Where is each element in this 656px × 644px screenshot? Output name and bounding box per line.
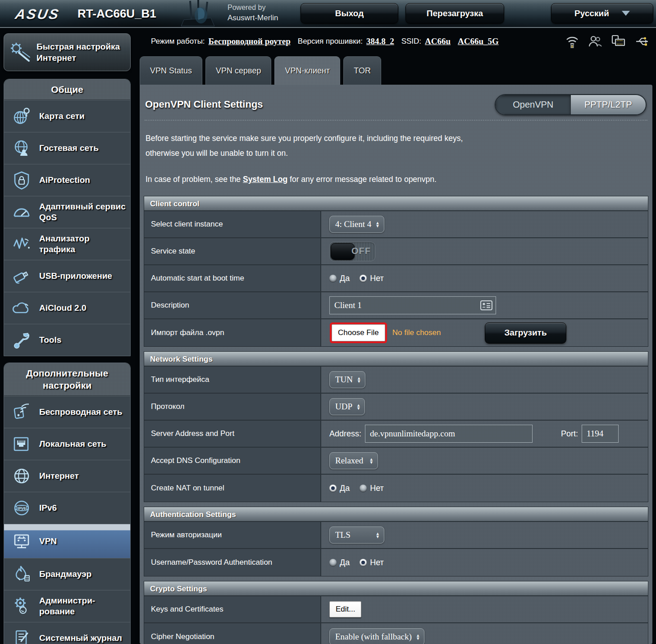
reboot-button[interactable]: Перезагрузка (405, 3, 504, 23)
tab-vpn-client[interactable]: VPN-клиент (274, 56, 340, 85)
sidebar-item-lan[interactable]: Локальная сеть (4, 428, 130, 460)
language-selector[interactable]: Русский (551, 3, 653, 23)
intro-text: Before starting the service make sure yo… (146, 131, 647, 161)
radio-yes-label: Да (340, 484, 350, 493)
router-product-image (175, 0, 220, 27)
protocol-label: Протокол (144, 394, 321, 420)
sidebar-item-wan[interactable]: Интернет (4, 460, 130, 492)
sidebar-item-aicloud[interactable]: AiCloud 2.0 (4, 292, 130, 324)
nat-no-radio[interactable] (360, 485, 367, 492)
client-list-icon[interactable] (480, 300, 492, 313)
cipher-negotiation-select[interactable]: Enable (with fallback) ▲▼ (329, 628, 424, 644)
accept-dns-select[interactable]: Relaxed ▲▼ (329, 452, 378, 469)
sidebar-item-label: Брандмауэр (39, 569, 94, 580)
choose-file-button[interactable]: Choose File (332, 324, 385, 341)
sidebar-item-label: Интернет (39, 471, 82, 481)
asus-logo: ASUS (14, 6, 61, 23)
table-row-server-address: Server Address and Port Address: Port: (144, 421, 648, 448)
firmware-link[interactable]: 384.8_2 (366, 36, 394, 46)
userpass-radio-group: Да Нет (329, 558, 394, 567)
shield-icon (4, 170, 39, 190)
wifi-status-icon[interactable] (565, 34, 580, 49)
tab-vpn-status[interactable]: VPN Status (140, 56, 202, 85)
auth-mode-label: Режим авторизации (144, 522, 321, 548)
interface-type-select[interactable]: TUN ▲▼ (329, 371, 365, 388)
mode-link[interactable]: Беспроводной роутер (209, 36, 291, 46)
sidebar-item-wireless[interactable]: Беспроводная сеть (4, 396, 130, 428)
sidebar-item-label: VPN (39, 536, 59, 547)
select-arrows-icon: ▲▼ (369, 458, 374, 464)
keys-certificates-label: Keys and Certificates (144, 596, 321, 622)
server-port-input[interactable] (582, 425, 619, 443)
router-admin-page: ASUS RT-AC66U_B1 Powered by Asuswrt-Merl… (0, 0, 656, 644)
autostart-no-radio[interactable] (360, 275, 367, 282)
sidebar-item-network-map[interactable]: Карта сети (4, 100, 130, 132)
userpass-no-radio[interactable] (360, 559, 367, 566)
globe-icon (4, 466, 39, 486)
pptp-l2tp-type-button[interactable]: PPTP/L2TP (571, 95, 646, 114)
section-header-network: Network Settings (144, 352, 648, 367)
network-settings-table: Network Settings Тип интерфейса TUN ▲▼ П… (144, 351, 648, 502)
autostart-yes-radio[interactable] (329, 275, 337, 282)
port-field-label: Port: (561, 429, 578, 439)
sidebar-item-system-log[interactable]: Системный журнал (4, 622, 130, 644)
sidebar-item-label: IPv6 (39, 503, 59, 513)
sidebar-item-label: AiCloud 2.0 (39, 303, 89, 313)
powered-by-line1: Powered by (228, 4, 278, 12)
sidebar-item-traffic-analyzer[interactable]: Анализатор трафика (4, 228, 130, 260)
select-arrows-icon: ▲▼ (357, 376, 361, 383)
vpn-tabs: VPN Status VPN сервер VPN-клиент TOR (140, 56, 652, 85)
userpass-yes-radio[interactable] (329, 559, 337, 566)
sidebar-item-aiprotection[interactable]: AiProtection (4, 164, 130, 196)
server-address-label: Server Address and Port (144, 421, 321, 447)
upload-button[interactable]: Загрузить (485, 322, 566, 344)
clients-status-icon[interactable] (588, 34, 603, 49)
tab-vpn-server[interactable]: VPN сервер (205, 56, 271, 85)
devices-status-icon[interactable] (610, 34, 627, 49)
sidebar-item-qos[interactable]: Адаптивный сервис QoS (4, 196, 130, 228)
ethernet-port-icon (4, 434, 39, 454)
wireless-icon (4, 402, 39, 422)
title-divider (145, 120, 647, 121)
sidebar-item-usb-application[interactable]: USB-приложение (4, 260, 130, 292)
sidebar-group-general: Общие Карта сети (4, 79, 131, 356)
sidebar-item-ipv6[interactable]: IPV6 IPv6 (4, 492, 130, 524)
ssid-5g-link[interactable]: AC66u_5G (458, 36, 499, 46)
logout-button[interactable]: Выход (301, 3, 398, 23)
tab-tor[interactable]: TOR (343, 56, 381, 85)
nat-yes-radio[interactable] (329, 485, 337, 492)
accept-dns-label: Accept DNS Configuration (144, 448, 321, 474)
ssid-2g-link[interactable]: AC66u (425, 36, 451, 46)
client-instance-select[interactable]: 4: Client 4 ▲▼ (329, 216, 384, 233)
protocol-select[interactable]: UDP ▲▼ (329, 398, 365, 415)
table-row-protocol: Протокол UDP ▲▼ (144, 394, 648, 421)
cloud-icon (4, 298, 39, 318)
sidebar-item-firewall[interactable]: Брандмауэр (4, 558, 130, 590)
server-address-input[interactable] (365, 425, 533, 443)
client-control-table: Client control Select client instance 4:… (144, 196, 648, 347)
sidebar-item-guest-network[interactable]: Гостевая сеть (4, 132, 130, 164)
main-content: VPN Status VPN сервер VPN-клиент TOR Ope… (140, 56, 652, 644)
sidebar-item-label: Беспроводная сеть (39, 407, 125, 417)
sidebar-item-label: Карта сети (39, 111, 87, 122)
gear-icon (4, 596, 39, 617)
vpn-monitor-icon (4, 531, 39, 552)
wrench-icon (4, 330, 39, 350)
openvpn-type-button[interactable]: OpenVPN (496, 95, 571, 114)
system-log-link[interactable]: System Log (243, 175, 287, 184)
sidebar-item-tools[interactable]: Tools (4, 324, 130, 356)
edit-keys-button[interactable]: Edit... (329, 601, 361, 617)
usb-status-icon[interactable] (634, 34, 651, 49)
auth-mode-select[interactable]: TLS ▲▼ (329, 526, 384, 544)
sidebar-item-vpn[interactable]: VPN (4, 524, 130, 558)
quick-setup-button[interactable]: Быстрая настройка Интернет (4, 33, 131, 71)
userpass-auth-label: Username/Password Authentication (144, 549, 321, 576)
router-model: RT-AC66U_B1 (77, 7, 156, 21)
problem-after: for any error message related to openvpn… (287, 175, 437, 184)
crypto-settings-table: Crypto Settings Keys and Certificates Ed… (144, 581, 648, 644)
radio-yes-label: Да (340, 558, 350, 567)
service-state-toggle[interactable]: OFF (329, 242, 375, 261)
ssid-label: SSID: (401, 37, 421, 46)
sidebar-item-administration[interactable]: Администри- рование (4, 590, 130, 622)
description-input[interactable] (329, 296, 496, 314)
